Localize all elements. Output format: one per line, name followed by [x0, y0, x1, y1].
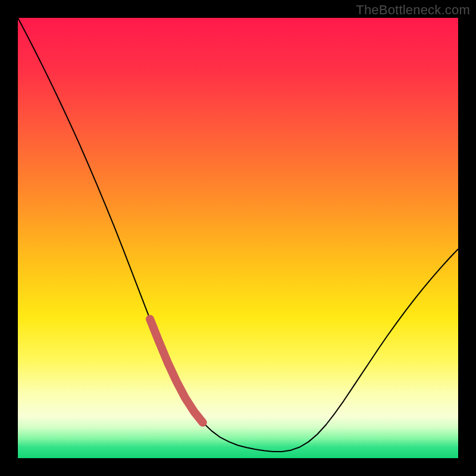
highlight-bead	[190, 408, 198, 415]
gradient-background	[18, 18, 458, 458]
highlight-bead	[199, 419, 206, 426]
watermark-text: TheBottleneck.com	[356, 2, 470, 18]
highlight-bead	[164, 359, 171, 366]
highlight-bead	[173, 378, 180, 385]
chart-svg	[18, 18, 458, 458]
plot-area	[18, 18, 458, 458]
chart-frame: TheBottleneck.com	[0, 0, 476, 476]
highlight-bead	[146, 315, 154, 322]
highlight-bead	[155, 337, 162, 345]
highlight-bead	[181, 394, 189, 402]
